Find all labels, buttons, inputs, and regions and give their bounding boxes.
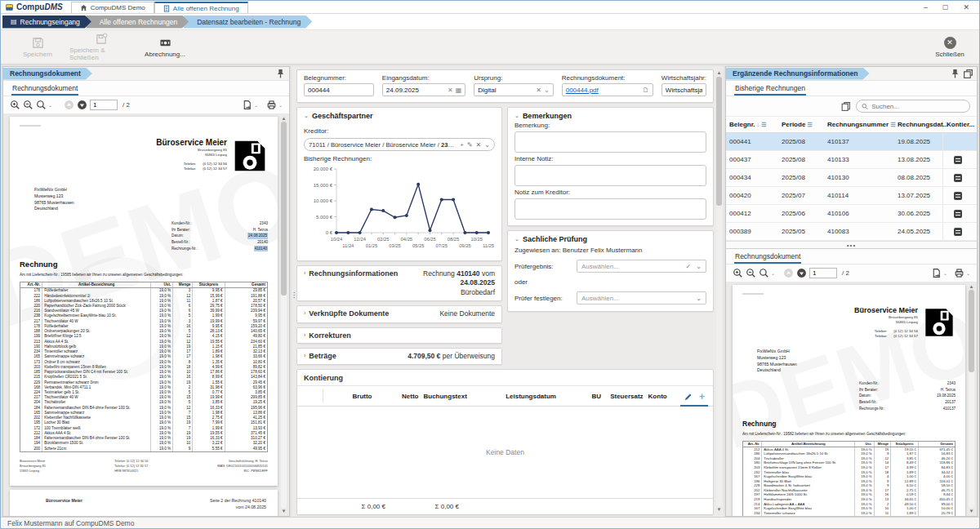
zoom-out-icon[interactable] <box>746 268 756 278</box>
svg-text:08/25: 08/25 <box>448 237 460 242</box>
edit-icon[interactable]: ✎ <box>467 141 473 149</box>
clear-icon[interactable]: ✕ <box>536 87 541 94</box>
section-betraege[interactable]: › Beträge 4.709,50 € per Überweisung <box>296 348 502 365</box>
chevron-down-icon[interactable]: ⌄ <box>484 141 490 149</box>
section-verknuepfte-dokumente[interactable]: › Verknüpfte Dokumente Keine Dokumente <box>296 305 502 322</box>
file-icon[interactable]: 🗋 <box>643 87 649 94</box>
kreditor-combobox[interactable]: 71011 / Büroservice Meier / Büroservice … <box>304 138 495 151</box>
kontierung-icon <box>954 192 962 200</box>
table-row[interactable]: 000437 2025/08 410133 13.08.2025 <box>726 151 977 169</box>
billing-button[interactable]: Abrechnung... <box>133 32 197 62</box>
svg-text:01/25: 01/25 <box>366 243 378 248</box>
zoom-mode-icon[interactable] <box>36 100 47 110</box>
belegnummer-input[interactable] <box>308 87 370 94</box>
print-icon[interactable] <box>266 100 277 110</box>
page-number-input[interactable] <box>809 268 837 278</box>
horizontal-splitter[interactable]: ••• <box>726 241 977 248</box>
kontierung-sums: Σ 0,00 € Σ 0,00 € <box>297 498 713 514</box>
tab-rechnungsdokument-right[interactable]: Rechnungsdokument <box>734 250 801 264</box>
invoice-intro: Am mit Lieferschein-Nr.: 19582 lieferten… <box>742 432 956 436</box>
page-count-label: / 2 <box>122 101 130 109</box>
pin-icon[interactable] <box>275 69 286 79</box>
app-tab-invoices-label: Alle offenen Rechnung <box>173 5 239 12</box>
notiz-kreditor-textarea[interactable] <box>514 198 706 220</box>
print-icon[interactable] <box>954 268 964 278</box>
svg-text:06/25: 06/25 <box>424 237 436 242</box>
search-field[interactable] <box>856 100 970 113</box>
header-fields-card: Belegnummer: Eingangsdatum: ✕▦ Ursprung:… <box>296 69 714 103</box>
left-panel-title: Rechnungsdokument <box>3 68 92 80</box>
zoom-out-icon[interactable] <box>23 100 33 110</box>
zoom-in-icon[interactable] <box>10 100 20 110</box>
close-record-button[interactable]: ✕ Schließen <box>925 32 974 62</box>
right-doc-scrollbar[interactable]: ▲▼ <box>968 283 975 514</box>
invoice-items-table: Art.-Nr. Artikel-Bezeichnung Ust. Menge … <box>20 282 268 452</box>
breadcrumb-datensatz-bearbeiten[interactable]: Datensatz bearbeiten - Rechnung <box>184 16 312 29</box>
bemerkungen-header[interactable]: ⌄Bemerkungen <box>508 108 713 122</box>
add-icon[interactable]: + <box>460 141 464 149</box>
search-input[interactable] <box>871 103 964 110</box>
section-korrekturen[interactable]: › Korrekturen <box>296 327 502 344</box>
next-page-icon[interactable] <box>77 100 87 110</box>
maximize-button[interactable]: ▢ <box>942 3 949 11</box>
filter-icon[interactable]: ☰ <box>807 122 812 128</box>
pin-icon[interactable] <box>950 69 960 79</box>
app-tab-invoices[interactable]: Alle offenen Rechnung <box>154 2 248 13</box>
export-pdf-icon[interactable] <box>931 268 942 278</box>
clear-icon[interactable]: ✕ <box>448 87 453 94</box>
zoom-mode-icon[interactable] <box>759 268 769 278</box>
table-row[interactable]: 000412 2025/06 410106 30.06.2025 <box>726 205 977 223</box>
popout-icon[interactable] <box>963 69 973 79</box>
left-doc-scrollbar[interactable]: ▲▼ <box>280 115 287 514</box>
tab-rechnungsdokument[interactable]: Rechnungsdokument <box>11 82 78 96</box>
invoice-icon <box>163 5 170 12</box>
section-rechnungsinformationen[interactable]: › Rechnungsinformationen Rechnung 410140… <box>296 265 502 301</box>
breadcrumb-alle-offenen-rechnungen[interactable]: Alle offenen Rechnungen <box>87 16 189 29</box>
invoice-meta: Kunden-Nr.:2343Ihr Berater:H. TetrusDatu… <box>172 220 268 251</box>
table-row[interactable]: 000420 2025/07 410114 13.07.2025 <box>726 187 977 205</box>
previous-page-icon[interactable] <box>783 268 794 278</box>
calendar-icon[interactable]: ▦ <box>456 87 462 94</box>
page-number-input[interactable] <box>90 100 118 110</box>
chevron-down-icon[interactable]: ⌄ <box>544 87 550 94</box>
wirtschaftsjahr-input[interactable] <box>666 87 702 94</box>
pruefer-select[interactable]: Auswählen... ⌄ <box>577 291 706 305</box>
pruefergebnis-select[interactable]: Auswählen... ✓⌄ <box>577 260 706 273</box>
kontierung-table-header: Brutto Netto Buchungstext Leistungsdatum… <box>297 385 713 407</box>
save-button[interactable]: Speichern <box>6 32 69 62</box>
copy-icon[interactable] <box>840 101 851 112</box>
invoice-meta: Kunden-Nr.:2343Ihr Berater:H. TetrusDatu… <box>859 380 956 411</box>
table-row[interactable]: 000434 2025/08 410130 08.08.2025 <box>726 169 977 187</box>
add-row-icon[interactable]: + <box>699 391 705 402</box>
table-row[interactable]: 000389 2025/05 410083 24.05.2025 <box>726 223 977 241</box>
center-form-panel: ⋮ ⋮ Belegnummer: Eingangsdatum: ✕▦ Urspr… <box>292 66 724 517</box>
table-row[interactable]: 000441 2025/08 410137 19.08.2025 <box>726 133 977 151</box>
filter-icon[interactable]: ☰ <box>761 122 766 128</box>
save-and-close-button[interactable]: Speichern & Schließen <box>69 32 133 62</box>
left-document-area: DEMO Büroservice Meier Brüserbergweg 85 … <box>3 113 289 516</box>
previous-page-icon[interactable] <box>64 100 74 110</box>
minimize-button[interactable]: – <box>924 3 928 11</box>
sachliche-pruefung-header[interactable]: ⌄Sachliche Prüfung <box>508 231 713 245</box>
breadcrumb-rechnungseingang[interactable]: ▤ Rechnungseingang <box>2 16 91 29</box>
geschaeftspartner-header[interactable]: ⌄Geschäftspartner <box>297 108 501 122</box>
next-page-icon[interactable] <box>796 268 807 278</box>
rechnungsdokument-link[interactable]: 000444.pdf <box>566 87 599 94</box>
kontierung-icon <box>954 174 962 182</box>
eingangsdatum-input[interactable] <box>386 87 445 94</box>
clear-icon[interactable]: ✕ <box>476 141 482 149</box>
edit-rows-icon[interactable] <box>684 393 693 402</box>
svg-text:07/25: 07/25 <box>436 243 448 248</box>
export-pdf-icon[interactable] <box>242 100 252 110</box>
zoom-in-icon[interactable] <box>733 268 743 278</box>
sort-desc-icon[interactable]: ↓ <box>757 122 760 127</box>
interne-notiz-textarea[interactable] <box>514 165 706 186</box>
center-scrollbar[interactable]: ▲▼ <box>715 69 723 513</box>
bemerkung-textarea[interactable] <box>514 131 706 153</box>
ursprung-select[interactable] <box>478 87 533 94</box>
tab-bisherige-rechnungen[interactable]: Bisherige Rechnungen <box>734 82 806 96</box>
left-splitter-handle[interactable]: ⋮ <box>292 291 297 299</box>
close-window-button[interactable]: ✕ <box>963 3 969 11</box>
app-tab-home[interactable]: CompuDMS Demo <box>71 2 154 13</box>
previous-invoices-chart: 0 €5.000 €10.000 €15.000 €20.000 €10/241… <box>304 162 495 254</box>
